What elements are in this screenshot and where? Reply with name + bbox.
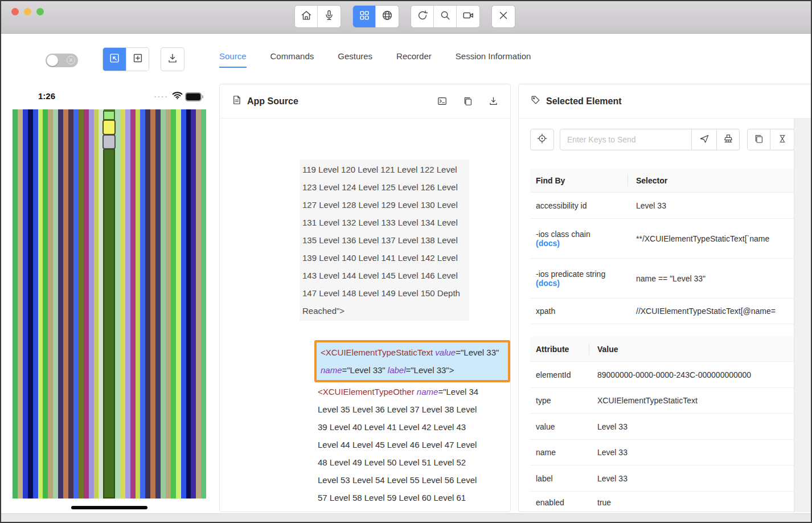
game-stripe — [89, 109, 94, 499]
game-stripe — [33, 109, 38, 499]
game-stripe — [191, 109, 196, 499]
locate-element-button[interactable] — [530, 129, 554, 150]
attribute-name: value — [530, 422, 589, 431]
refresh-button[interactable] — [411, 6, 434, 27]
send-icon — [699, 133, 710, 146]
table-row: elementId89000000-0000-0000-243C-0000000… — [530, 362, 802, 388]
game-tower-shaft — [103, 149, 115, 499]
docs-link[interactable]: (docs) — [536, 279, 560, 288]
selected-element-panel: Selected Element Find BySelectoraccessib… — [518, 84, 812, 512]
app-window: ✕ 1:26 ···· Sourc — [0, 0, 812, 523]
source-parent-node-text[interactable]: 119 Level 120 Level 121 Level 122 Level … — [300, 160, 469, 321]
find-by-strategy: -ios class chain(docs) — [530, 230, 628, 248]
docs-link[interactable]: (docs) — [536, 239, 560, 248]
attribute-name: type — [530, 396, 589, 405]
selector-value: //XCUIElementTypeStaticText[@name= — [628, 307, 802, 316]
game-stripe — [48, 109, 53, 499]
refresh-timeout-button[interactable] — [770, 129, 794, 150]
close-window-button[interactable] — [11, 8, 19, 15]
attribute-name: name — [530, 448, 589, 457]
titlebar — [1, 1, 811, 34]
send-keys-button[interactable] — [692, 129, 717, 150]
native-view-button[interactable] — [353, 6, 376, 27]
column-header: Find By — [530, 176, 628, 185]
tab-recorder[interactable]: Recorder — [396, 51, 432, 68]
attribute-value: 89000000-0000-0000-243C-000000000000 — [589, 370, 802, 379]
game-stripe — [155, 109, 161, 499]
table-header-row: AttributeValue — [530, 337, 802, 362]
game-stripe — [18, 109, 23, 499]
selector-value: name == "Level 33" — [628, 274, 802, 283]
zoom-window-button[interactable] — [36, 8, 44, 15]
toggle-knob — [47, 55, 58, 66]
game-stripe — [176, 109, 181, 499]
tab-source[interactable]: Source — [219, 51, 247, 68]
game-stripe — [58, 109, 63, 499]
source-tree[interactable]: 119 Level 120 Level 121 Level 122 Level … — [220, 119, 510, 512]
attribute-value: Level 33 — [589, 474, 802, 483]
window-footer — [1, 513, 811, 522]
column-header: Value — [589, 345, 802, 354]
game-stripe — [115, 109, 120, 499]
download-screenshot-button[interactable] — [161, 48, 184, 71]
download-icon — [166, 52, 179, 67]
copy-icon[interactable] — [462, 96, 473, 107]
game-stripe — [140, 109, 145, 499]
panel-scrollbar-gutter[interactable] — [794, 119, 811, 512]
toolbar-group-actions — [411, 6, 479, 27]
quit-session-button[interactable] — [492, 6, 515, 27]
column-header: Selector — [628, 176, 802, 185]
home-button[interactable] — [295, 6, 318, 27]
game-stripe — [94, 109, 99, 499]
refresh-icon — [416, 9, 429, 24]
copy-attributes-button[interactable] — [747, 129, 770, 150]
find-by-strategy: xpath — [530, 307, 628, 316]
tap-by-coordinates-button[interactable] — [126, 48, 149, 71]
attribute-value: Level 33 — [589, 448, 802, 457]
game-stripe — [120, 109, 125, 499]
attribute-value: XCUIElementTypeStaticText — [589, 396, 802, 405]
game-stripe — [68, 109, 73, 499]
game-tower-yellow-block — [102, 120, 116, 135]
copy-icon — [753, 133, 764, 146]
close-icon — [497, 9, 510, 24]
screenshot-controls: ✕ — [46, 48, 184, 71]
terminal-icon[interactable] — [437, 96, 448, 107]
game-stripe — [63, 109, 68, 499]
home-icon — [300, 9, 313, 24]
tab-commands[interactable]: Commands — [270, 51, 314, 68]
search-button[interactable] — [434, 6, 457, 27]
source-selected-node[interactable]: <XCUIElementTypeStaticText value="Level … — [314, 340, 510, 382]
attribute-value: Level 33 — [589, 422, 802, 431]
game-stripe — [23, 109, 28, 499]
selector-value: Level 33 — [628, 201, 802, 210]
app-source-panel: App Source 119 Level 120 Level 121 Level… — [219, 84, 511, 512]
selected-element-toolbar — [530, 129, 794, 150]
device-screenshot[interactable]: 1:26 ···· — [13, 85, 206, 516]
wifi-icon — [172, 91, 183, 102]
game-stripe — [79, 109, 84, 499]
screenshot-refresh-toggle[interactable]: ✕ — [46, 54, 78, 67]
game-stripe — [43, 109, 48, 499]
table-row: nameLevel 33 — [530, 440, 802, 465]
record-button[interactable] — [457, 6, 479, 27]
game-stripe — [53, 109, 58, 499]
attribute-value: true — [589, 498, 802, 507]
tab-session-information[interactable]: Session Information — [456, 51, 531, 68]
send-keys-input[interactable] — [560, 129, 692, 150]
tab-gestures[interactable]: Gestures — [338, 51, 372, 68]
game-stripe — [201, 109, 206, 499]
select-element-button[interactable] — [103, 48, 126, 71]
find-by-strategy: -ios predicate string(docs) — [530, 269, 628, 288]
siri-button[interactable] — [318, 6, 341, 27]
web-view-button[interactable] — [376, 6, 399, 27]
clear-keys-button[interactable] — [717, 129, 740, 150]
source-sibling-node[interactable]: <XCUIElementTypeOther name="Level 34 Lev… — [318, 383, 485, 512]
game-stripe — [181, 109, 186, 499]
find-by-strategy: accessibility id — [530, 201, 628, 210]
download-icon[interactable] — [488, 96, 499, 107]
minimize-window-button[interactable] — [24, 8, 31, 15]
plus-square-icon — [132, 52, 144, 67]
game-stripe — [186, 109, 191, 499]
selector-value: **/XCUIElementTypeStaticText[`name — [628, 234, 802, 243]
